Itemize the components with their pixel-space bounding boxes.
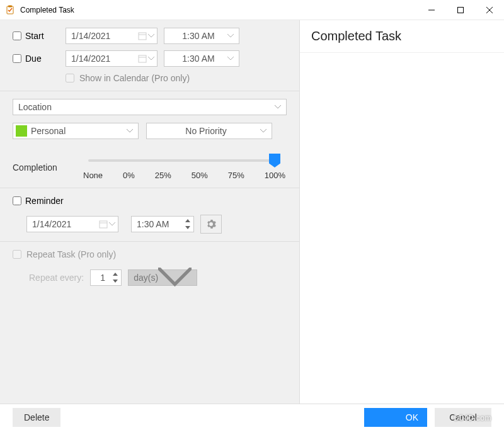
reminder-date-value: 1/14/2021 xyxy=(32,219,99,229)
reminder-section: Reminder 1/14/2021 1:30 AM xyxy=(0,188,299,242)
button-bar: Delete OK Cancel xyxy=(0,404,504,430)
tick-50: 50% xyxy=(192,171,208,180)
location-value: Location xyxy=(18,102,275,112)
due-label: Due xyxy=(25,54,42,64)
repeat-interval-spinner[interactable]: 1 xyxy=(90,269,122,286)
maximize-button[interactable] xyxy=(446,0,475,20)
start-time-value: 1:30 AM xyxy=(169,31,227,41)
cancel-button[interactable]: Cancel xyxy=(435,408,491,427)
show-in-calendar-text: Show in Calendar (Pro only) xyxy=(79,73,190,83)
calendar-icon xyxy=(138,54,147,63)
spin-down-button[interactable] xyxy=(111,278,120,285)
due-time-picker[interactable]: 1:30 AM xyxy=(164,50,239,67)
tick-none: None xyxy=(83,171,103,180)
tick-100: 100% xyxy=(265,171,285,180)
reminder-time-spinner[interactable]: 1:30 AM xyxy=(131,216,194,232)
gear-icon xyxy=(206,219,216,229)
completion-label: Completion xyxy=(13,162,82,173)
reminder-label: Reminder xyxy=(25,196,64,206)
due-checkbox[interactable] xyxy=(13,54,21,63)
repeat-every-label: Repeat every: xyxy=(29,273,84,283)
details-section: Location Personal No Priority Completion xyxy=(0,91,299,188)
slider-thumb[interactable] xyxy=(269,154,280,167)
chevron-down-icon xyxy=(148,57,154,60)
close-button[interactable] xyxy=(475,0,504,20)
repeat-unit-value: day(s) xyxy=(134,273,158,283)
start-date-picker[interactable]: 1/14/2021 xyxy=(66,28,158,44)
chevron-down-icon xyxy=(227,34,234,38)
svg-rect-6 xyxy=(139,33,146,40)
notes-title[interactable]: Completed Task xyxy=(300,20,504,53)
reminder-time-value: 1:30 AM xyxy=(137,219,183,229)
start-checkbox-label[interactable]: Start xyxy=(13,31,66,41)
svg-rect-8 xyxy=(139,55,146,62)
tick-25: 25% xyxy=(155,171,171,180)
ok-button[interactable]: OK xyxy=(364,408,427,427)
dates-section: Start 1/14/2021 1:30 AM Due 1 xyxy=(0,20,299,91)
window-title: Completed Task xyxy=(20,6,74,14)
due-checkbox-label[interactable]: Due xyxy=(13,54,66,64)
repeat-interval-value: 1 xyxy=(94,273,111,283)
due-date-value: 1/14/2021 xyxy=(71,54,138,64)
reminder-checkbox-label[interactable]: Reminder xyxy=(13,196,287,206)
spin-down-button[interactable] xyxy=(183,224,192,231)
location-combo[interactable]: Location xyxy=(13,99,287,115)
reminder-checkbox[interactable] xyxy=(13,196,21,205)
svg-rect-1 xyxy=(8,5,12,7)
tick-75: 75% xyxy=(228,171,244,180)
due-date-picker[interactable]: 1/14/2021 xyxy=(66,50,158,67)
chevron-down-icon xyxy=(109,222,115,226)
repeat-label-text: Repeat Task (Pro only) xyxy=(26,249,116,259)
spin-up-button[interactable] xyxy=(111,271,120,278)
start-label: Start xyxy=(25,31,44,41)
chevron-down-icon xyxy=(158,268,192,288)
show-in-calendar-checkbox[interactable] xyxy=(66,74,74,82)
category-combo[interactable]: Personal xyxy=(13,123,139,139)
minimize-button[interactable] xyxy=(417,0,446,20)
app-clipboard-icon xyxy=(5,5,15,15)
tick-0: 0% xyxy=(123,171,135,180)
chevron-down-icon xyxy=(127,129,133,133)
titlebar: Completed Task xyxy=(0,0,504,20)
chevron-down-icon xyxy=(148,34,154,38)
start-checkbox[interactable] xyxy=(13,31,21,40)
priority-value: No Priority xyxy=(152,126,260,136)
calendar-icon xyxy=(99,220,108,229)
completion-slider[interactable]: None 0% 25% 50% 75% 100% xyxy=(82,154,287,180)
chevron-down-icon xyxy=(260,129,266,133)
form-panel: Start 1/14/2021 1:30 AM Due 1 xyxy=(0,20,300,404)
repeat-section: Repeat Task (Pro only) Repeat every: 1 d… xyxy=(0,242,299,404)
spin-up-button[interactable] xyxy=(183,217,192,224)
notes-textarea[interactable] xyxy=(300,57,504,404)
show-in-calendar-label[interactable]: Show in Calendar (Pro only) xyxy=(66,73,287,83)
reminder-date-picker[interactable]: 1/14/2021 xyxy=(26,216,118,232)
due-time-value: 1:30 AM xyxy=(169,54,227,64)
category-value: Personal xyxy=(31,126,127,136)
repeat-checkbox-label[interactable]: Repeat Task (Pro only) xyxy=(13,249,287,259)
repeat-unit-select[interactable]: day(s) xyxy=(128,269,197,286)
chevron-down-icon xyxy=(275,105,281,109)
notes-panel: Completed Task xyxy=(300,20,504,404)
priority-combo[interactable]: No Priority xyxy=(146,123,272,139)
svg-rect-3 xyxy=(458,7,464,13)
start-date-value: 1/14/2021 xyxy=(71,31,138,41)
calendar-icon xyxy=(138,31,147,40)
svg-rect-10 xyxy=(100,221,107,228)
repeat-checkbox[interactable] xyxy=(13,250,21,259)
category-color-swatch xyxy=(16,125,27,137)
delete-button[interactable]: Delete xyxy=(13,408,60,427)
reminder-settings-button[interactable] xyxy=(200,215,222,234)
start-time-picker[interactable]: 1:30 AM xyxy=(164,28,239,44)
chevron-down-icon xyxy=(227,57,234,60)
completion-ticks: None 0% 25% 50% 75% 100% xyxy=(82,171,287,180)
